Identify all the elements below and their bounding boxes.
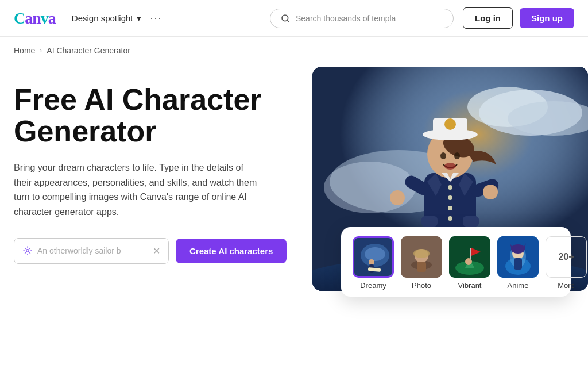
more-options-icon[interactable]: ··· <box>150 12 163 24</box>
signup-button[interactable]: Sign up <box>520 8 574 28</box>
create-button[interactable]: Create AI characters <box>176 239 287 263</box>
style-item-photo[interactable]: Photo <box>401 236 442 290</box>
breadcrumb: Home › AI Character Generator <box>0 37 588 55</box>
svg-point-52 <box>465 258 472 265</box>
login-button[interactable]: Log in <box>463 7 513 29</box>
svg-point-15 <box>448 185 452 190</box>
style-item-anime[interactable]: Anime <box>497 236 539 290</box>
photo-thumb <box>401 236 442 278</box>
photo-label: Photo <box>412 281 431 290</box>
svg-point-18 <box>448 216 452 221</box>
anime-label: Anime <box>508 281 529 290</box>
svg-line-1 <box>287 20 289 22</box>
vibrant-thumb <box>449 236 490 278</box>
search-bar[interactable]: Search thousands of templa <box>270 9 454 28</box>
svg-point-24 <box>483 185 498 199</box>
svg-point-9 <box>324 162 416 213</box>
breadcrumb-separator: › <box>40 47 42 55</box>
header: Canva Design spotlight ▾ ··· Search thou… <box>0 0 588 37</box>
svg-point-23 <box>390 190 405 205</box>
breadcrumb-home[interactable]: Home <box>14 46 35 55</box>
main-content: Free AI Character Generator Bring your d… <box>0 67 588 291</box>
svg-point-40 <box>369 259 374 265</box>
input-row: An otherworldly sailor b ✕ Create AI cha… <box>14 238 289 264</box>
prompt-input-container[interactable]: An otherworldly sailor b ✕ <box>14 238 169 264</box>
dreamy-label: Dreamy <box>360 281 386 290</box>
breadcrumb-current: AI Character Generator <box>47 46 130 55</box>
svg-point-58 <box>511 244 525 254</box>
header-actions: Log in Sign up <box>463 7 574 29</box>
search-icon <box>281 14 290 23</box>
search-placeholder: Search thousands of templa <box>296 14 396 23</box>
style-item-more[interactable]: 20+ More <box>546 236 587 290</box>
svg-point-17 <box>448 206 452 210</box>
svg-point-30 <box>444 118 456 130</box>
style-selector-panel: Dreamy Photo <box>341 227 571 297</box>
svg-point-39 <box>365 247 385 261</box>
hero-title: Free AI Character Generator <box>14 84 289 147</box>
svg-point-32 <box>454 152 460 159</box>
svg-point-31 <box>440 152 446 159</box>
anime-thumb <box>497 236 539 278</box>
svg-rect-57 <box>514 258 522 270</box>
style-item-dreamy[interactable]: Dreamy <box>353 236 394 290</box>
ai-input-icon <box>22 245 33 256</box>
hero-section-right: Dreamy Photo <box>312 67 588 291</box>
prompt-input-value: An otherworldly sailor b <box>37 246 148 255</box>
canva-logo[interactable]: Canva <box>14 9 56 28</box>
style-item-vibrant[interactable]: Vibrant <box>449 236 490 290</box>
chevron-down-icon: ▾ <box>137 13 141 24</box>
svg-point-33 <box>444 163 456 170</box>
clear-input-button[interactable]: ✕ <box>153 245 160 256</box>
svg-point-0 <box>282 15 288 21</box>
svg-point-2 <box>26 250 29 252</box>
vibrant-label: Vibrant <box>458 281 482 290</box>
more-label: More <box>558 281 575 290</box>
svg-point-16 <box>448 195 452 200</box>
hero-description: Bring your dream characters to life. Typ… <box>14 160 261 219</box>
hero-section-left: Free AI Character Generator Bring your d… <box>14 67 289 264</box>
design-spotlight-nav[interactable]: Design spotlight ▾ <box>72 13 141 24</box>
svg-rect-46 <box>417 262 426 272</box>
dreamy-thumb <box>353 236 394 278</box>
svg-point-47 <box>413 249 430 258</box>
more-styles-count: 20+ <box>546 236 587 278</box>
svg-rect-20 <box>463 216 479 227</box>
svg-rect-19 <box>421 216 438 227</box>
